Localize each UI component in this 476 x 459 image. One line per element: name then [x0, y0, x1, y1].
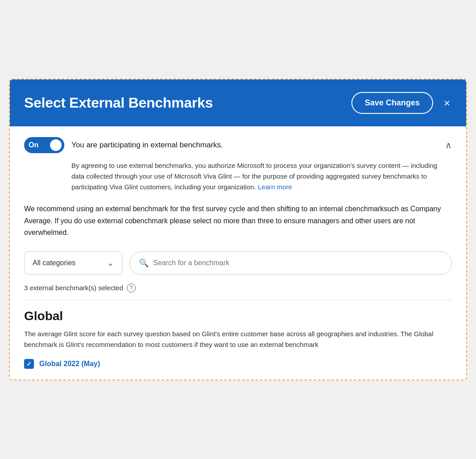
- participating-text: You are participating in external benchm…: [71, 141, 223, 150]
- save-button[interactable]: Save Changes: [351, 92, 433, 114]
- modal-body: On You are participating in external ben…: [10, 126, 466, 379]
- close-button[interactable]: ×: [442, 95, 452, 111]
- category-label: All categories: [33, 259, 75, 267]
- toggle-left: On You are participating in external ben…: [24, 137, 223, 153]
- toggle-row: On You are participating in external ben…: [24, 137, 452, 153]
- search-input-wrapper: 🔍: [129, 251, 452, 275]
- section-title-global: Global: [24, 309, 452, 323]
- global-section: Global The average Glint score for each …: [24, 309, 452, 369]
- search-icon: 🔍: [139, 258, 149, 268]
- toggle-circle: [50, 139, 62, 151]
- search-row: All categories ⌄ 🔍: [24, 251, 452, 275]
- benchmark-item: ✓ Global 2022 (May): [24, 359, 452, 369]
- modal-title: Select External Benchmarks: [24, 95, 213, 111]
- modal-header: Select External Benchmarks Save Changes …: [10, 79, 466, 126]
- chevron-down-icon: ⌄: [107, 258, 114, 268]
- checkmark-icon: ✓: [26, 360, 32, 367]
- modal-container: Select External Benchmarks Save Changes …: [9, 79, 467, 380]
- selected-count-row: 3 external benchmark(s) selected ?: [24, 284, 452, 292]
- selected-count-text: 3 external benchmark(s) selected: [24, 284, 123, 292]
- consent-text: By agreeing to use external benchmarks, …: [71, 160, 452, 192]
- participation-toggle[interactable]: On: [24, 137, 64, 153]
- category-dropdown[interactable]: All categories ⌄: [24, 251, 122, 275]
- recommendation-text: We recommend using an external benchmark…: [24, 203, 452, 238]
- learn-more-link[interactable]: Learn more: [258, 183, 292, 191]
- benchmark-name-global-2022: Global 2022 (May): [39, 360, 100, 368]
- section-divider: [24, 300, 452, 300]
- collapse-chevron-icon[interactable]: ∧: [445, 140, 452, 150]
- benchmark-checkbox-global-2022[interactable]: ✓: [24, 359, 34, 369]
- section-desc-global: The average Glint score for each survey …: [24, 329, 452, 350]
- help-icon[interactable]: ?: [127, 284, 136, 292]
- search-input[interactable]: [153, 259, 443, 267]
- toggle-label: On: [27, 141, 38, 149]
- header-actions: Save Changes ×: [351, 92, 452, 114]
